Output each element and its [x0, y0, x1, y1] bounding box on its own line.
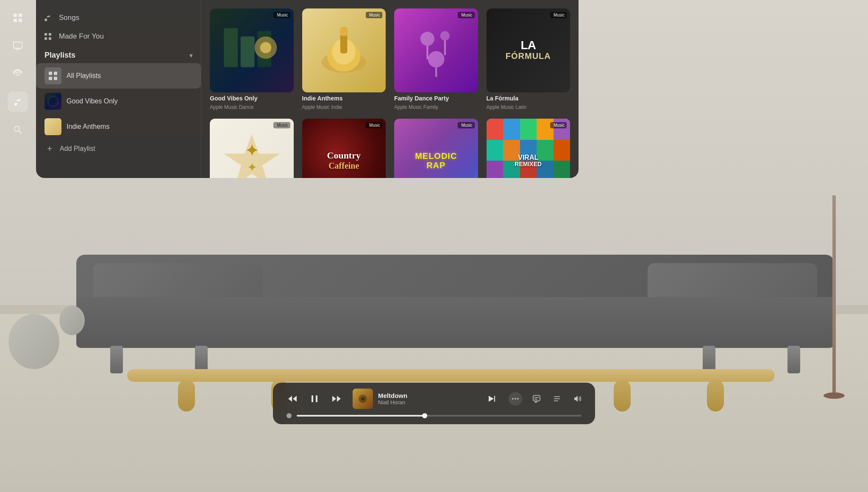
progress-fill [297, 415, 425, 417]
indie-anthems-artwork: Music [302, 8, 386, 92]
pause-button[interactable] [305, 389, 324, 408]
add-playlist-icon: + [45, 144, 55, 154]
svg-rect-11 [49, 33, 51, 36]
svg-rect-13 [49, 37, 51, 40]
nav-icon-search[interactable] [8, 120, 28, 140]
playlist-grid: Music Good Vibes Only Apple Music Dance [201, 0, 579, 178]
melodic-rap-artwork: MELODICRAP Music [394, 119, 478, 178]
svg-rect-46 [533, 395, 540, 401]
playlists-chevron[interactable]: ▾ [189, 52, 192, 59]
solid-gold-artwork: ✦ ✦ Music [210, 119, 294, 178]
good-vibes-thumb [45, 93, 61, 110]
progress-bar-row [283, 413, 585, 418]
now-playing-artwork [353, 389, 373, 409]
nav-icon-music[interactable] [8, 92, 28, 112]
songs-icon [43, 13, 53, 23]
svg-point-7 [16, 72, 19, 75]
now-playing-text: Meltdown Niall Horan [378, 392, 476, 406]
couch [76, 255, 834, 373]
transport-controls [283, 389, 346, 408]
svg-rect-2 [14, 19, 17, 22]
floor-lamp [826, 178, 843, 399]
svg-point-23 [260, 42, 271, 53]
svg-rect-12 [45, 37, 47, 40]
indie-anthems-subtitle: Apple Music Indie [302, 104, 386, 110]
nav-icon-airplay[interactable] [8, 64, 28, 84]
good-vibes-subtitle: Apple Music Dance [210, 104, 294, 110]
playlists-section-header: Playlists ▾ [36, 46, 201, 63]
sidebar-item-good-vibes[interactable]: Good Vibes Only [36, 89, 201, 114]
svg-rect-38 [312, 395, 313, 402]
family-dance-subtitle: Apple Music Family [394, 104, 478, 110]
playlist-card-family-dance[interactable]: Music Family Dance Party Apple Music Fam… [394, 8, 478, 110]
add-playlist-button[interactable]: + Add Playlist [36, 139, 201, 158]
svg-rect-15 [54, 72, 57, 75]
playlist-card-solid-gold[interactable]: ✦ ✦ Music Solid Gold Hits Apple Music Po… [210, 119, 294, 178]
fast-forward-button[interactable] [327, 389, 346, 408]
queue-button[interactable] [549, 391, 565, 406]
playback-controls: Meltdown Niall Horan [283, 389, 585, 409]
svg-rect-1 [19, 14, 22, 17]
track-artist: Niall Horan [378, 399, 476, 406]
svg-rect-16 [49, 77, 52, 80]
sidebar: Songs Made For You Playlists ▾ All Playl… [36, 0, 201, 178]
now-playing-info: Meltdown Niall Horan [353, 389, 476, 409]
track-title: Meltdown [378, 392, 476, 399]
sidebar-item-all-playlists[interactable]: All Playlists [36, 63, 201, 89]
volume-button[interactable] [570, 391, 585, 406]
caffeine-badge: Music [366, 122, 382, 128]
progress-track[interactable] [297, 415, 581, 417]
viral-remixed-badge: Music [550, 122, 567, 128]
indie-anthems-title: Indie Anthems [302, 95, 386, 102]
svg-rect-19 [224, 28, 238, 67]
playlist-card-la-formula[interactable]: LA FÓRMULA Music La Fórmula Apple Music … [487, 8, 570, 110]
all-playlists-label: All Playlists [67, 72, 101, 80]
app-panel: Songs Made For You Playlists ▾ All Playl… [36, 0, 579, 178]
svg-rect-0 [14, 14, 17, 17]
indie-anthems-label: Indie Anthems [67, 123, 109, 131]
caffeine-country-artwork: CountryCaffeine Music [302, 119, 386, 178]
la-formula-badge: Music [550, 12, 567, 18]
la-formula-artwork: LA FÓRMULA Music [487, 8, 570, 92]
svg-point-42 [361, 397, 364, 400]
indie-badge: Music [366, 12, 382, 18]
decorative-objects [0, 284, 85, 369]
made-for-you-icon [43, 31, 53, 42]
add-playlist-label: Add Playlist [60, 145, 95, 153]
songs-label: Songs [59, 14, 79, 22]
lyrics-button[interactable] [529, 391, 544, 406]
skip-next-button[interactable] [483, 389, 502, 408]
playback-bar: Meltdown Niall Horan [273, 383, 595, 424]
made-for-you-label: Made For You [59, 32, 104, 41]
viral-remixed-artwork: VIRAL REMIXED Music [487, 119, 570, 178]
sidebar-item-indie-anthems[interactable]: Indie Anthems [36, 114, 201, 139]
indie-anthems-thumb [45, 118, 61, 135]
playlist-card-caffeine-country[interactable]: CountryCaffeine Music Caffeine Country A… [302, 119, 386, 178]
melodic-rap-badge: Music [458, 122, 474, 128]
svg-point-44 [515, 398, 516, 400]
family-dance-badge: Music [458, 12, 474, 18]
sidebar-item-songs[interactable]: Songs [36, 8, 201, 27]
extra-controls [529, 391, 585, 406]
svg-point-45 [517, 398, 519, 400]
progress-handle[interactable] [422, 413, 427, 418]
svg-point-8 [14, 126, 19, 131]
sidebar-item-made-for-you[interactable]: Made For You [36, 27, 201, 46]
playlist-card-good-vibes[interactable]: Music Good Vibes Only Apple Music Dance [210, 8, 294, 110]
playlist-card-indie-anthems[interactable]: Music Indie Anthems Apple Music Indie [302, 8, 386, 110]
la-formula-subtitle: Apple Music Latin [487, 104, 570, 110]
left-navigation [4, 4, 31, 143]
good-vibes-artwork: Music [210, 8, 294, 92]
more-options-button[interactable] [509, 392, 522, 406]
svg-text:✦: ✦ [247, 161, 256, 173]
good-vibes-title: Good Vibes Only [210, 95, 294, 102]
rewind-button[interactable] [283, 389, 302, 408]
all-playlists-icon [45, 67, 61, 84]
nav-icon-screen[interactable] [8, 36, 28, 56]
nav-icon-grid[interactable] [8, 8, 28, 28]
svg-line-9 [19, 131, 22, 133]
playlist-card-viral-remixed[interactable]: VIRAL REMIXED Music Viral Remixed Apple … [487, 119, 570, 178]
svg-point-18 [48, 96, 58, 106]
family-dance-artwork: Music [394, 8, 478, 92]
playlist-card-melodic-rap[interactable]: MELODICRAP Music Melodic Rap Apple Music… [394, 119, 478, 178]
